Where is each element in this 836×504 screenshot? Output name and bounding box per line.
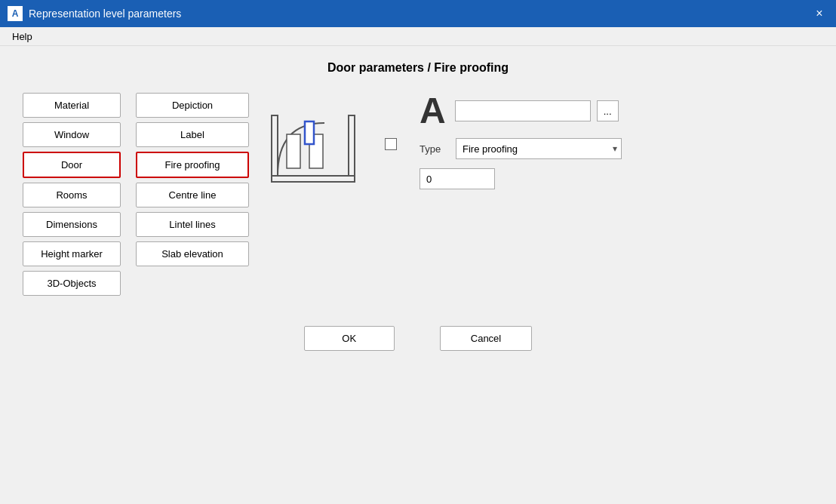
text-value-input[interactable] (455, 100, 591, 121)
left-nav: Material Window Door Rooms Dimensions He… (23, 93, 121, 296)
cancel-button[interactable]: Cancel (440, 326, 532, 351)
title-bar: A Representation level parameters × (0, 0, 836, 27)
sub-label[interactable]: Label (136, 122, 249, 147)
type-select-wrapper: Fire proofing Standard Custom ▾ (456, 138, 622, 159)
number-row (420, 168, 622, 189)
svg-rect-0 (272, 176, 355, 182)
nav-door[interactable]: Door (23, 152, 121, 178)
help-menu[interactable]: Help (8, 29, 37, 44)
number-input[interactable] (420, 168, 495, 189)
type-row: Type Fire proofing Standard Custom ▾ (420, 138, 622, 159)
main-content: Material Window Door Rooms Dimensions He… (23, 93, 813, 296)
nav-material[interactable]: Material (23, 93, 121, 118)
sub-centre-line[interactable]: Centre line (136, 183, 249, 207)
nav-3d-objects[interactable]: 3D-Objects (23, 271, 121, 296)
type-select[interactable]: Fire proofing Standard Custom (456, 138, 622, 159)
dialog-footer: OK Cancel (23, 318, 813, 358)
dialog-body: Door parameters / Fire proofing Material… (0, 46, 836, 373)
dots-button[interactable]: ... (597, 100, 619, 121)
controls-area: A ... Type Fire proofing Standard Custom (420, 93, 622, 189)
mid-nav: Depiction Label Fire proofing Centre lin… (136, 93, 249, 266)
svg-rect-1 (272, 115, 278, 176)
sub-lintel-lines[interactable]: Lintel lines (136, 212, 249, 237)
door-preview (264, 93, 362, 198)
ok-button[interactable]: OK (304, 326, 395, 351)
dialog-title-bar: Representation level parameters (29, 8, 804, 20)
svg-rect-3 (287, 134, 300, 168)
app-icon: A (8, 6, 23, 21)
close-button[interactable]: × (810, 5, 828, 23)
sub-fire-proofing[interactable]: Fire proofing (136, 152, 249, 178)
dialog-heading: Door parameters / Fire proofing (23, 61, 813, 75)
sub-depiction[interactable]: Depiction (136, 93, 249, 118)
sub-slab-elevation[interactable]: Slab elevation (136, 241, 249, 266)
type-label: Type (420, 143, 450, 155)
svg-rect-5 (305, 121, 314, 144)
big-a-label: A (420, 93, 446, 129)
nav-height-marker[interactable]: Height marker (23, 241, 121, 266)
svg-rect-2 (349, 115, 355, 176)
checkbox-area (385, 138, 397, 150)
menu-bar: Help (0, 27, 836, 46)
nav-rooms[interactable]: Rooms (23, 183, 121, 207)
fire-proofing-checkbox[interactable] (385, 138, 397, 150)
preview-area: A ... Type Fire proofing Standard Custom (264, 93, 813, 198)
top-controls: A ... (420, 93, 622, 129)
nav-window[interactable]: Window (23, 122, 121, 147)
nav-dimensions[interactable]: Dimensions (23, 212, 121, 237)
right-panel: A ... Type Fire proofing Standard Custom (264, 93, 813, 198)
